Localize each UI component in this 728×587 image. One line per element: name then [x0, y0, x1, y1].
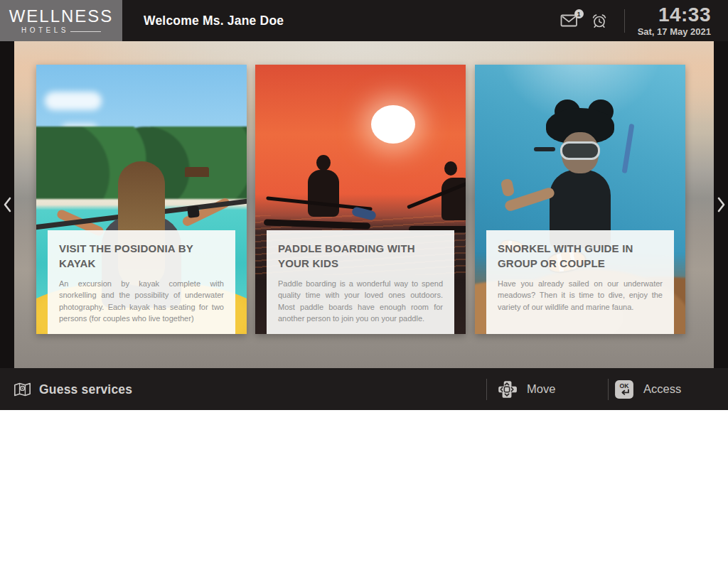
clock: 14:33 Sat, 17 May 2021 [638, 5, 711, 37]
move-key-hint: Move [496, 379, 555, 400]
activities-carousel: VISIT THE POSIDONIA BY KAYAK An excursio… [0, 41, 728, 368]
welcome-message: Welcome Ms. Jane Doe [144, 14, 284, 28]
card-title: SNORKEL WITH GUIDE IN GROUP OR COUPLE [498, 241, 663, 271]
cloud-shape [45, 92, 102, 110]
beach-hut-shape [185, 167, 209, 177]
bottom-bar: Guess services Move OK [0, 368, 728, 410]
activity-card-snorkel[interactable]: SNORKEL WITH GUIDE IN GROUP OR COUPLE Ha… [475, 65, 685, 334]
dpad-icon [496, 379, 518, 400]
guest-services-button[interactable]: Guess services [13, 381, 132, 397]
dive-mask-shape [560, 141, 600, 160]
carousel-prev-button[interactable] [0, 41, 14, 368]
ok-key-icon: OK [614, 379, 634, 399]
move-hint-label: Move [527, 382, 555, 396]
paddle-grip-shape [187, 205, 200, 218]
mask-strap-shape [534, 147, 555, 151]
paddler-silhouette [444, 161, 457, 176]
logo-underline [70, 31, 101, 32]
logo-brand-name: WELLNESS [9, 7, 114, 25]
paddler-silhouette [308, 170, 339, 217]
chevron-left-icon [3, 197, 12, 212]
ok-key-label: OK [620, 382, 630, 389]
logo-subtitle-row: HOTELS [21, 26, 101, 34]
card-text-panel: VISIT THE POSIDONIA BY KAYAK An excursio… [48, 230, 235, 334]
snorkel-tube-shape [622, 124, 635, 173]
hotel-logo: WELLNESS HOTELS [0, 0, 122, 41]
map-icon [13, 381, 32, 397]
alarm-button[interactable] [592, 13, 607, 29]
card-text-panel: PADDLE BOARDING WITH YOUR KIDS Paddle bo… [267, 230, 454, 334]
top-bar: WELLNESS HOTELS Welcome Ms. Jane Doe 1 [0, 0, 728, 41]
card-text-panel: SNORKEL WITH GUIDE IN GROUP OR COUPLE Ha… [486, 230, 674, 334]
chevron-right-icon [717, 197, 726, 212]
footer-divider [608, 379, 609, 400]
thumbs-up-shape [500, 178, 515, 198]
card-title: PADDLE BOARDING WITH YOUR KIDS [278, 241, 443, 271]
header-status-area: 1 14:33 Sat, 17 May 2021 [560, 5, 728, 37]
access-hint-label: Access [643, 382, 681, 396]
card-title: VISIT THE POSIDONIA BY KAYAK [59, 241, 224, 271]
access-key-hint: OK Access [614, 379, 681, 399]
sun-shape [371, 105, 415, 144]
messages-button[interactable]: 1 [560, 13, 579, 28]
activity-card-paddle-boarding[interactable]: PADDLE BOARDING WITH YOUR KIDS Paddle bo… [255, 65, 466, 334]
activity-card-kayak[interactable]: VISIT THE POSIDONIA BY KAYAK An excursio… [36, 65, 247, 334]
guest-services-label: Guess services [39, 382, 132, 397]
messages-badge: 1 [574, 9, 584, 18]
card-description: Have you already sailed on our underwate… [498, 278, 663, 313]
card-description: An excursion by kayak complete with snor… [59, 278, 224, 325]
footer-divider [486, 379, 487, 400]
card-description: Paddle boarding is a wonderful way to sp… [278, 278, 443, 325]
paddler-silhouette [316, 155, 331, 171]
carousel-next-button[interactable] [714, 41, 728, 368]
tv-screen: WELLNESS HOTELS Welcome Ms. Jane Doe 1 [0, 0, 728, 587]
logo-brand-subtitle: HOTELS [21, 26, 69, 34]
clock-date: Sat, 17 May 2021 [638, 26, 711, 37]
header-divider [624, 9, 625, 33]
clock-time: 14:33 [638, 5, 711, 25]
alarm-clock-icon [592, 13, 607, 29]
